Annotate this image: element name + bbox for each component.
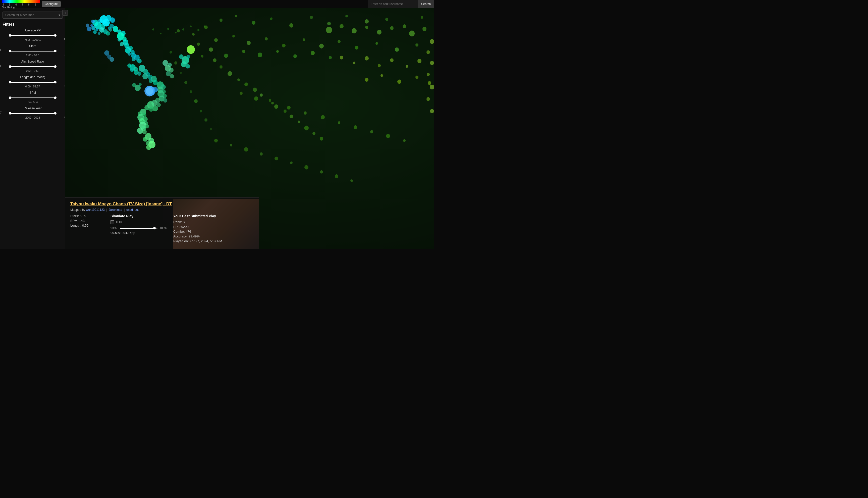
right-column: Your Best Submitted Play Rank: S PP: 292… — [173, 214, 229, 244]
svg-point-216 — [204, 25, 205, 27]
length-slider-track — [10, 82, 55, 83]
pp-slider-max-thumb[interactable] — [54, 34, 56, 37]
stars-slider-min-thumb[interactable] — [9, 50, 11, 52]
svg-point-158 — [276, 50, 279, 53]
hd-checkbox[interactable] — [110, 220, 114, 224]
acc-max-label: 100% — [160, 226, 168, 230]
sidebar-collapse-button[interactable]: ‹ — [62, 10, 68, 16]
svg-point-32 — [128, 53, 131, 56]
svg-point-95 — [232, 35, 235, 38]
svg-point-64 — [157, 103, 161, 107]
aim-slider-track — [10, 66, 55, 67]
svg-point-167 — [240, 91, 243, 95]
aim-slider-fill — [10, 66, 55, 67]
svg-point-173 — [338, 121, 340, 124]
bpm-slider-max-thumb[interactable] — [54, 96, 56, 99]
bpm-slider-wrapper: 34 504 — [2, 95, 63, 100]
filter-label-bpm: BPM — [2, 91, 63, 94]
year-min-label: 2007 — [0, 111, 1, 114]
legend-label-5: 5 — [9, 3, 11, 6]
svg-point-135 — [174, 61, 177, 65]
svg-point-205 — [427, 73, 430, 76]
acc-slider-thumb[interactable] — [153, 227, 156, 230]
search-area: Search — [368, 0, 434, 8]
bpm-slider-fill — [10, 97, 55, 98]
svg-point-177 — [403, 139, 405, 142]
chevron-left-icon: ‹ — [65, 11, 66, 15]
osudirect-link[interactable]: osudirect — [126, 208, 139, 212]
svg-point-209 — [152, 28, 154, 31]
svg-point-84 — [252, 21, 255, 25]
svg-point-97 — [265, 37, 268, 40]
accuracy-slider[interactable] — [120, 228, 158, 228]
svg-point-181 — [260, 152, 263, 156]
stars-range-display: 2.83 - 10.5 — [2, 54, 63, 57]
year-slider-min-thumb[interactable] — [9, 112, 11, 115]
svg-point-161 — [329, 56, 332, 59]
legend-label-8: 8 — [28, 3, 30, 6]
svg-point-16 — [109, 28, 112, 32]
svg-point-122 — [290, 115, 293, 118]
stat-combo: Combo: 476 — [173, 230, 229, 233]
svg-point-91 — [385, 17, 388, 21]
hd-checkbox-row: +HD — [110, 220, 168, 224]
length-slider-max-thumb[interactable] — [54, 81, 56, 83]
pp-slider-min-thumb[interactable] — [9, 34, 11, 37]
svg-point-128 — [353, 62, 356, 64]
length-slider-min-thumb[interactable] — [9, 81, 11, 83]
left-column: Stars: 5.89 BPM: 143 Length: 0:59 — [70, 214, 106, 244]
configure-button[interactable]: Configure — [42, 1, 61, 7]
aim-slider-container — [10, 64, 55, 69]
svg-point-68 — [152, 106, 158, 111]
username-input[interactable] — [368, 0, 418, 8]
mapper-link[interactable]: wcx19911123 — [86, 208, 105, 212]
svg-point-36 — [137, 58, 142, 63]
svg-point-45 — [109, 57, 114, 62]
filter-label-stars: Stars — [2, 44, 63, 48]
aim-slider-max-thumb[interactable] — [54, 65, 56, 68]
svg-point-138 — [190, 90, 192, 93]
svg-point-163 — [380, 74, 383, 77]
svg-point-136 — [180, 72, 182, 74]
download-link[interactable]: Download — [109, 208, 122, 212]
svg-point-224 — [139, 83, 142, 86]
svg-point-164 — [397, 80, 401, 84]
aim-slider-min-thumb[interactable] — [9, 65, 11, 68]
svg-point-215 — [197, 29, 199, 31]
svg-point-186 — [335, 174, 338, 178]
svg-point-121 — [283, 109, 286, 113]
pp-result: 99.5%: 294.16pp — [110, 231, 168, 235]
svg-point-85 — [270, 17, 272, 20]
svg-point-81 — [187, 45, 195, 54]
pp-slider-wrapper: 75 1201 — [2, 33, 63, 38]
svg-point-126 — [320, 137, 323, 141]
svg-point-211 — [167, 28, 169, 30]
svg-point-119 — [269, 99, 271, 102]
bpm-slider-min-thumb[interactable] — [9, 96, 11, 99]
svg-point-197 — [365, 26, 368, 29]
beatmap-search-input[interactable] — [2, 12, 63, 18]
star-rating-label: Star Rating — [2, 6, 15, 9]
svg-point-185 — [320, 170, 323, 174]
beatmap-title[interactable]: Taiyou Iwaku Moeyo Chaos (TV Size) [Insa… — [70, 201, 254, 207]
svg-point-109 — [197, 42, 200, 46]
svg-point-223 — [132, 83, 136, 87]
year-max-label: 2024 — [64, 116, 65, 119]
stars-min-label: 2.83 — [0, 49, 1, 52]
acc-slider-fill — [120, 228, 155, 228]
svg-point-220 — [181, 61, 187, 67]
svg-point-101 — [337, 40, 340, 43]
mapped-by-line: Mapped by wcx19911123 | Download | osudi… — [70, 208, 254, 212]
stars-slider-max-thumb[interactable] — [54, 50, 56, 52]
year-slider-max-thumb[interactable] — [54, 112, 56, 115]
svg-point-198 — [377, 30, 382, 35]
bpm-slider-container — [10, 95, 55, 100]
svg-point-155 — [224, 53, 228, 58]
bpm-range-display: 34 - 504 — [2, 101, 63, 104]
svg-point-172 — [321, 115, 325, 119]
legend-label-7: 7 — [22, 3, 23, 6]
best-play-title: Your Best Submitted Play — [173, 214, 229, 218]
search-button[interactable]: Search — [418, 0, 434, 8]
svg-point-207 — [426, 97, 430, 101]
svg-point-96 — [246, 41, 251, 45]
